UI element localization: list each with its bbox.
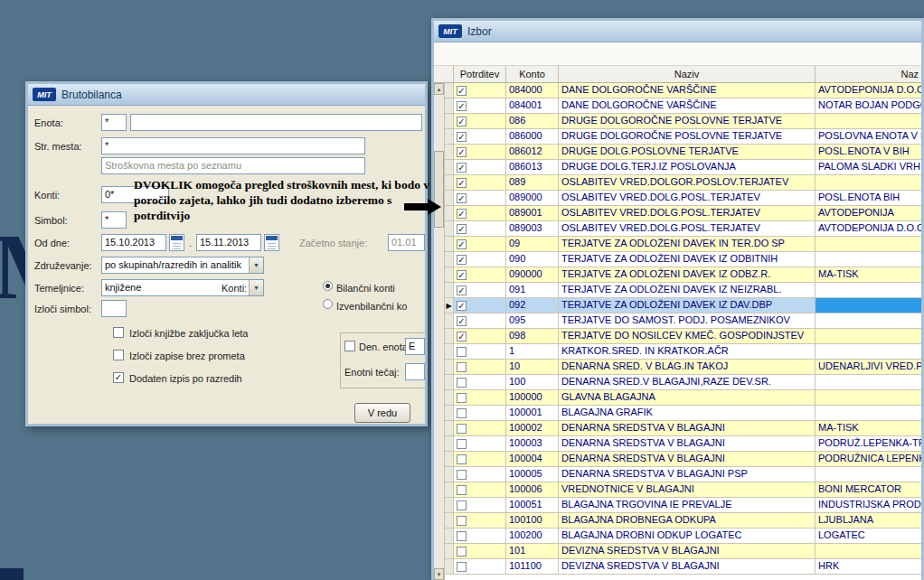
table-row[interactable]: ✓ 089 OSLABITEV VRED.DOLGOR.POSLOV.TERJA… bbox=[445, 175, 921, 191]
row-checkbox[interactable]: ✓ bbox=[457, 255, 467, 265]
table-row[interactable]: 100001 BLAGAJNA GRAFIK bbox=[445, 406, 921, 421]
naziv-cell[interactable]: BLAGAJNA DROBNI ODKUP LOGATEC bbox=[559, 529, 816, 544]
konto-cell[interactable]: 092 bbox=[506, 298, 559, 313]
naziv2-cell[interactable]: PODRUŽ.LEPENKA-TR bbox=[816, 436, 921, 452]
row-checkbox-cell[interactable] bbox=[454, 452, 506, 467]
naziv2-cell[interactable] bbox=[816, 406, 921, 421]
naziv-cell[interactable]: DEVIZNA SREDSTVA V BLAGAJNI bbox=[559, 544, 816, 559]
naziv-cell[interactable]: DANE DOLGOROČNE VARŠČINE bbox=[559, 83, 816, 98]
naziv2-cell[interactable]: INDUSTRIJSKA PRODA bbox=[816, 498, 921, 513]
row-checkbox[interactable] bbox=[457, 485, 467, 495]
naziv2-cell[interactable] bbox=[816, 390, 921, 406]
calendar-icon[interactable] bbox=[264, 234, 279, 251]
row-checkbox-cell[interactable]: ✓ bbox=[454, 221, 506, 237]
konto-cell[interactable]: 101100 bbox=[506, 559, 559, 575]
brutobilanca-titlebar[interactable]: MIT Brutobilanca bbox=[28, 84, 425, 106]
row-checkbox-cell[interactable]: ✓ bbox=[454, 129, 506, 145]
row-selector-cell[interactable] bbox=[445, 313, 454, 329]
konto-cell[interactable]: 100000 bbox=[506, 390, 559, 406]
row-checkbox[interactable]: ✓ bbox=[457, 101, 467, 111]
naziv-cell[interactable]: DENARNA SRED. V BLAG.IN TAKOJ bbox=[559, 360, 816, 375]
row-selector-cell[interactable] bbox=[445, 175, 454, 191]
naziv2-cell[interactable] bbox=[816, 375, 921, 390]
row-checkbox-cell[interactable] bbox=[454, 390, 506, 406]
calendar-icon[interactable] bbox=[169, 234, 184, 251]
date-from-input[interactable]: 15.10.2013 bbox=[101, 234, 166, 251]
row-checkbox-cell[interactable] bbox=[454, 360, 506, 375]
radio-izvenbilancni[interactable] bbox=[323, 299, 333, 309]
table-row[interactable]: ▶ ✓ 092 TERJATVE ZA ODLOŽENI DAVEK IZ DA… bbox=[445, 298, 921, 313]
row-selector-cell[interactable] bbox=[445, 360, 454, 375]
naziv2-cell[interactable] bbox=[816, 252, 921, 267]
row-checkbox-cell[interactable] bbox=[454, 344, 506, 360]
konto-cell[interactable]: 084000 bbox=[506, 83, 559, 98]
naziv2-cell[interactable] bbox=[816, 175, 921, 191]
row-checkbox-cell[interactable] bbox=[454, 513, 506, 529]
row-checkbox[interactable] bbox=[457, 531, 467, 541]
date-to-input[interactable]: 15.11.2013 bbox=[196, 234, 261, 251]
row-selector-cell[interactable] bbox=[445, 436, 454, 452]
naziv2-cell[interactable] bbox=[816, 344, 921, 360]
table-row[interactable]: 100 DENARNA SRED.V BLAGAJNI,RAZE DEV.SR. bbox=[445, 375, 921, 390]
table-row[interactable]: ✓ 090 TERJATVE ZA ODLOŽENI DAVEK IZ ODBI… bbox=[445, 252, 921, 267]
row-checkbox[interactable]: ✓ bbox=[457, 316, 467, 326]
konto-cell[interactable]: 09 bbox=[506, 237, 559, 252]
row-selector-cell[interactable] bbox=[445, 252, 454, 267]
enota-input[interactable]: * bbox=[101, 114, 127, 131]
row-checkbox[interactable]: ✓ bbox=[457, 117, 467, 126]
row-checkbox-cell[interactable] bbox=[454, 467, 506, 482]
naziv-cell[interactable]: VREDNOTNICE V BLAGAJNI bbox=[559, 482, 816, 498]
table-row[interactable]: 100100 BLAGAJNA DROBNEGA ODKUPA LJUBLJAN… bbox=[445, 513, 921, 529]
table-row[interactable]: ✓ 089000 OSLABITEV VRED.DOLG.POSL.TERJAT… bbox=[445, 191, 921, 206]
row-checkbox[interactable] bbox=[457, 393, 467, 403]
row-checkbox-cell[interactable]: ✓ bbox=[454, 313, 506, 329]
row-checkbox[interactable] bbox=[457, 562, 467, 572]
row-checkbox-cell[interactable]: ✓ bbox=[454, 329, 506, 344]
konto-cell[interactable]: 1 bbox=[506, 344, 559, 360]
naziv-cell[interactable]: DANE DOLGOROČNE VARŠČINE bbox=[559, 98, 816, 114]
naziv-cell[interactable]: BLAGAJNA GRAFIK bbox=[559, 406, 816, 421]
row-checkbox[interactable]: ✓ bbox=[457, 163, 467, 173]
checkbox-izloci-zapise[interactable] bbox=[113, 350, 124, 360]
konto-cell[interactable]: 091 bbox=[506, 283, 559, 298]
row-checkbox-cell[interactable]: ✓ bbox=[454, 298, 506, 313]
column-header-naziv2[interactable]: Naz bbox=[816, 66, 921, 82]
naziv-cell[interactable]: BLAGAJNA DROBNEGA ODKUPA bbox=[559, 513, 816, 529]
naziv-cell[interactable]: DENARNA SREDSTVA V BLAGAJNI bbox=[559, 452, 816, 467]
row-selector-cell[interactable] bbox=[445, 529, 454, 544]
naziv-cell[interactable]: BLAGAJNA TRGOVINA IE PREVALJE bbox=[559, 498, 816, 513]
konto-cell[interactable]: 084001 bbox=[506, 98, 559, 114]
row-selector-cell[interactable] bbox=[445, 482, 454, 498]
row-checkbox-cell[interactable] bbox=[454, 375, 506, 390]
konto-cell[interactable]: 100003 bbox=[506, 436, 559, 452]
konto-cell[interactable]: 086 bbox=[506, 114, 559, 129]
row-checkbox-cell[interactable] bbox=[454, 406, 506, 421]
row-selector-cell[interactable] bbox=[445, 467, 454, 482]
naziv2-cell[interactable]: LJUBLJANA bbox=[816, 513, 921, 529]
table-row[interactable]: ✓ 095 TERJATVE DO SAMOST. PODJ. POSAMEZN… bbox=[445, 313, 921, 329]
row-checkbox[interactable]: ✓ bbox=[457, 270, 467, 280]
naziv-cell[interactable]: TERJATVE ZA ODLOŽENI DAVEK IZ DAV.DBP bbox=[559, 298, 816, 313]
chevron-down-icon[interactable]: ▼ bbox=[249, 280, 263, 295]
row-checkbox-cell[interactable]: ✓ bbox=[454, 83, 506, 98]
table-row[interactable]: 100200 BLAGAJNA DROBNI ODKUP LOGATEC LOG… bbox=[445, 529, 921, 544]
row-checkbox[interactable]: ✓ bbox=[457, 239, 467, 249]
naziv2-cell[interactable] bbox=[816, 114, 921, 129]
row-selector-cell[interactable] bbox=[445, 83, 454, 98]
konto-cell[interactable]: 100002 bbox=[506, 421, 559, 436]
naziv2-cell[interactable]: AVTODEPONIJA D.O.O. bbox=[816, 83, 921, 98]
row-checkbox-cell[interactable] bbox=[454, 529, 506, 544]
table-row[interactable]: ✓ 090000 TERJATVE ZA ODLOŽENI DAVEK IZ O… bbox=[445, 267, 921, 283]
column-header-naziv[interactable]: Naziv bbox=[559, 66, 816, 82]
row-checkbox[interactable] bbox=[457, 500, 467, 510]
naziv-cell[interactable]: DRUGE DOLGOROČNE POSLOVNE TERJATVE bbox=[559, 129, 816, 145]
naziv2-cell[interactable]: MA-TISK bbox=[816, 421, 921, 436]
naziv-cell[interactable]: GLAVNA BLAGAJNA bbox=[559, 390, 816, 406]
row-selector-cell[interactable]: ▶ bbox=[445, 298, 454, 313]
row-checkbox[interactable]: ✓ bbox=[457, 193, 467, 203]
row-selector-cell[interactable] bbox=[445, 129, 454, 145]
zdruzevanje-dropdown[interactable]: po skupinah/razredih in analitik ▼ bbox=[101, 257, 264, 274]
konto-cell[interactable]: 086013 bbox=[506, 160, 559, 175]
row-selector-cell[interactable] bbox=[445, 221, 454, 237]
naziv-cell[interactable]: TERJATVE ZA ODLOŽENI DAVEK IZ NEIZRABL. bbox=[559, 283, 816, 298]
